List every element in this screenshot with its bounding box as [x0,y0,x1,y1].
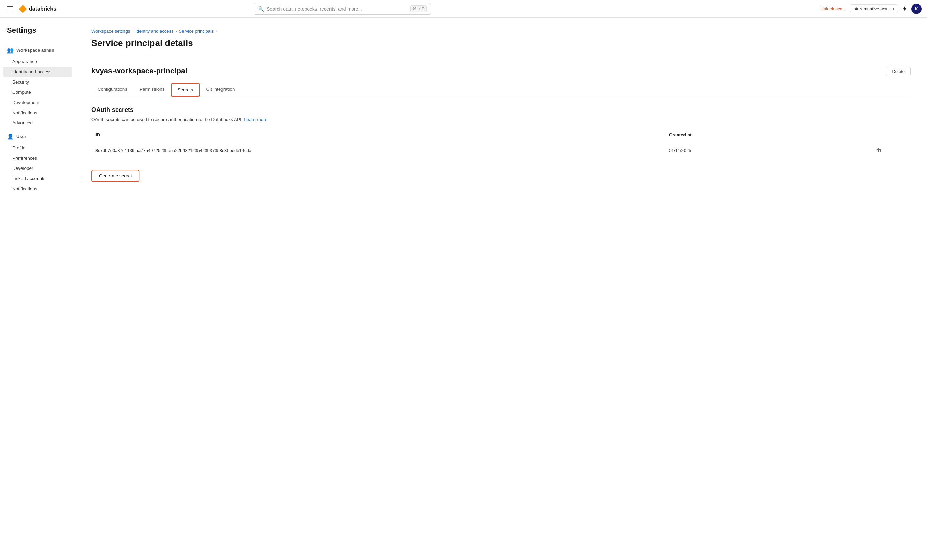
search-bar[interactable]: 🔍 Search data, notebooks, recents, and m… [254,3,431,15]
breadcrumb: Workspace settings › Identity and access… [91,29,910,34]
table-row: 8c7db7d0a37c1139faa77a4972523ba5a22b4321… [91,141,910,160]
chevron-down-icon: ▾ [892,7,894,11]
breadcrumb-sep-1: › [132,29,133,34]
nav-left: 🔶 databricks [6,5,56,13]
generate-secret-button[interactable]: Generate secret [91,170,140,182]
oauth-section-description: OAuth secrets can be used to secure auth… [91,117,910,122]
sidebar-item-security[interactable]: Security [3,77,72,87]
secrets-table: ID Created at 8c7db7d0a37c1139faa77a4972… [91,129,910,160]
table-body: 8c7db7d0a37c1139faa77a4972523ba5a22b4321… [91,141,910,160]
delete-button[interactable]: Delete [886,67,910,76]
sidebar-item-developer[interactable]: Developer [3,163,72,173]
sidebar-item-preferences[interactable]: Preferences [3,153,72,163]
workspace-admin-section: 👥 Workspace admin Appearance Identity an… [0,44,75,128]
sidebar-item-development[interactable]: Development [3,97,72,108]
table-header-row: ID Created at [91,129,910,141]
main-layout: Settings 👥 Workspace admin Appearance Id… [0,18,927,560]
col-header-id: ID [91,129,665,141]
breadcrumb-identity-access[interactable]: Identity and access [135,29,173,34]
user-section: 👤 User Profile Preferences Developer Lin… [0,131,75,194]
user-section-label: User [17,134,26,139]
sparkle-icon[interactable]: ✦ [902,5,907,13]
sp-name: kvyas-workspace-principal [91,67,187,75]
tab-bar: Configurations Permissions Secrets Git i… [91,83,910,97]
sp-header: kvyas-workspace-principal Delete [91,67,910,76]
user-icon: 👤 [7,134,14,140]
table-header: ID Created at [91,129,910,141]
sidebar-item-notifications-workspace[interactable]: Notifications [3,108,72,118]
sidebar-item-notifications-user[interactable]: Notifications [3,184,72,194]
logo-text: databricks [29,6,56,12]
sidebar-item-appearance[interactable]: Appearance [3,57,72,67]
search-shortcut: ⌘ + P [410,6,427,12]
sidebar-item-linked-accounts[interactable]: Linked accounts [3,174,72,184]
sidebar-title: Settings [0,26,75,42]
tab-configurations[interactable]: Configurations [91,83,133,97]
col-header-created-at: Created at [665,129,870,141]
workspace-selector[interactable]: streamnative-wor... ▾ [850,5,898,13]
sidebar-item-identity[interactable]: Identity and access [3,67,72,77]
unlock-button[interactable]: Unlock acc... [821,6,846,11]
secret-delete-button[interactable]: 🗑 [874,146,885,155]
learn-more-link[interactable]: Learn more [244,117,267,122]
page-title: Service principal details [91,38,910,49]
breadcrumb-sep-3: › [216,29,217,34]
secret-delete-cell: 🗑 [870,141,910,160]
databricks-logo-icon: 🔶 [18,5,27,13]
oauth-section-title: OAuth secrets [91,106,910,114]
sidebar-item-profile[interactable]: Profile [3,143,72,153]
user-section-header: 👤 User [0,131,75,143]
secret-id: 8c7db7d0a37c1139faa77a4972523ba5a22b4321… [91,141,665,160]
breadcrumb-service-principals[interactable]: Service principals [179,29,214,34]
secret-created-at: 01/11/2025 [665,141,870,160]
workspace-admin-icon: 👥 [7,47,14,53]
main-content: Workspace settings › Identity and access… [75,18,927,560]
top-navigation: 🔶 databricks 🔍 Search data, notebooks, r… [0,0,927,18]
tab-git-integration[interactable]: Git integration [200,83,241,97]
tab-permissions[interactable]: Permissions [133,83,171,97]
workspace-name: streamnative-wor... [854,6,891,11]
tab-secrets[interactable]: Secrets [171,83,200,97]
sidebar: Settings 👥 Workspace admin Appearance Id… [0,18,75,560]
breadcrumb-sep-2: › [176,29,177,34]
oauth-secrets-section: OAuth secrets OAuth secrets can be used … [91,106,910,182]
search-placeholder-text: Search data, notebooks, recents, and mor… [267,6,407,12]
workspace-admin-header: 👥 Workspace admin [0,44,75,56]
sidebar-item-compute[interactable]: Compute [3,87,72,97]
search-icon: 🔍 [258,6,264,12]
hamburger-menu[interactable] [6,5,14,13]
avatar[interactable]: K [911,4,921,14]
workspace-admin-label: Workspace admin [17,48,54,53]
logo: 🔶 databricks [18,5,56,13]
nav-right: Unlock acc... streamnative-wor... ▾ ✦ K [821,4,921,14]
breadcrumb-workspace-settings[interactable]: Workspace settings [91,29,130,34]
sidebar-item-advanced[interactable]: Advanced [3,118,72,128]
col-header-action [870,129,910,141]
